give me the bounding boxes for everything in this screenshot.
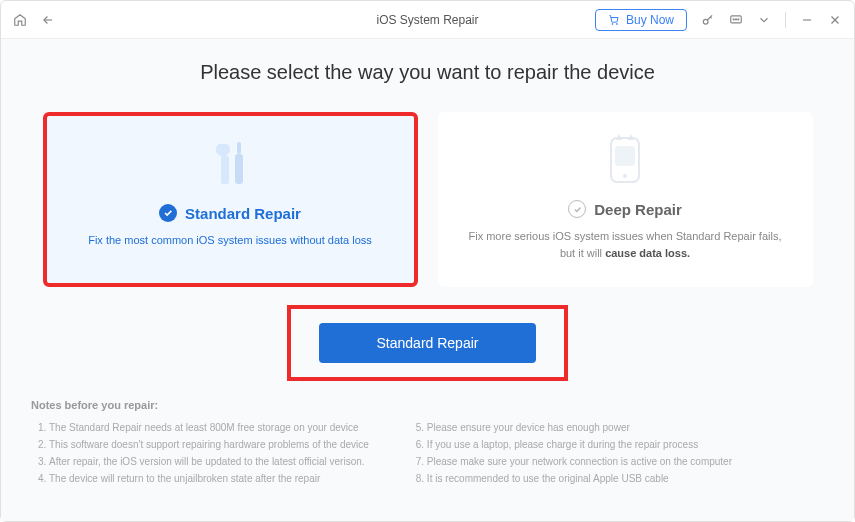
titlebar: iOS System Repair Buy Now xyxy=(1,1,854,39)
back-icon[interactable] xyxy=(41,13,55,27)
note-item: If you use a laptop, please charge it du… xyxy=(427,436,732,453)
note-item: This software doesn't support repairing … xyxy=(49,436,369,453)
svg-rect-7 xyxy=(221,156,229,184)
deep-repair-desc: Fix more serious iOS system issues when … xyxy=(468,228,783,261)
svg-point-12 xyxy=(623,174,627,178)
home-icon[interactable] xyxy=(13,13,27,27)
page-title: Please select the way you want to repair… xyxy=(31,61,824,84)
check-icon xyxy=(159,204,177,222)
check-icon xyxy=(568,200,586,218)
standard-repair-button[interactable]: Standard Repair xyxy=(319,323,537,363)
repair-options: Standard Repair Fix the most common iOS … xyxy=(31,112,824,287)
svg-point-0 xyxy=(612,23,613,24)
notes-section: Notes before you repair: The Standard Re… xyxy=(31,399,824,487)
key-icon[interactable] xyxy=(701,13,715,27)
standard-repair-title: Standard Repair xyxy=(185,205,301,222)
standard-repair-desc: Fix the most common iOS system issues wi… xyxy=(88,232,372,249)
app-window: iOS System Repair Buy Now xyxy=(0,0,855,522)
cart-icon xyxy=(608,14,620,26)
tools-icon xyxy=(207,134,253,194)
note-item: Please make sure your network connection… xyxy=(427,453,732,470)
feedback-icon[interactable] xyxy=(729,13,743,27)
svg-point-2 xyxy=(703,19,708,24)
deep-repair-card[interactable]: Deep Repair Fix more serious iOS system … xyxy=(438,112,813,287)
svg-rect-8 xyxy=(237,142,241,154)
svg-point-4 xyxy=(733,18,734,19)
buy-now-button[interactable]: Buy Now xyxy=(595,9,687,31)
close-icon[interactable] xyxy=(828,13,842,27)
device-icon xyxy=(597,130,653,190)
svg-point-1 xyxy=(616,23,617,24)
deep-repair-title: Deep Repair xyxy=(594,201,682,218)
svg-point-5 xyxy=(736,18,737,19)
divider xyxy=(785,12,786,28)
note-item: It is recommended to use the original Ap… xyxy=(427,470,732,487)
svg-point-6 xyxy=(738,18,739,19)
chevron-down-icon[interactable] xyxy=(757,13,771,27)
standard-repair-card[interactable]: Standard Repair Fix the most common iOS … xyxy=(43,112,418,287)
notes-title: Notes before you repair: xyxy=(31,399,824,411)
note-item: Please ensure your device has enough pow… xyxy=(427,419,732,436)
action-highlight-frame: Standard Repair xyxy=(287,305,569,381)
svg-rect-9 xyxy=(235,154,243,184)
window-title: iOS System Repair xyxy=(376,13,478,27)
action-area: Standard Repair xyxy=(31,305,824,381)
svg-rect-11 xyxy=(615,146,635,166)
note-item: The Standard Repair needs at least 800M … xyxy=(49,419,369,436)
minimize-icon[interactable] xyxy=(800,13,814,27)
content-area: Please select the way you want to repair… xyxy=(1,39,854,521)
note-item: After repair, the iOS version will be up… xyxy=(49,453,369,470)
note-item: The device will return to the unjailbrok… xyxy=(49,470,369,487)
